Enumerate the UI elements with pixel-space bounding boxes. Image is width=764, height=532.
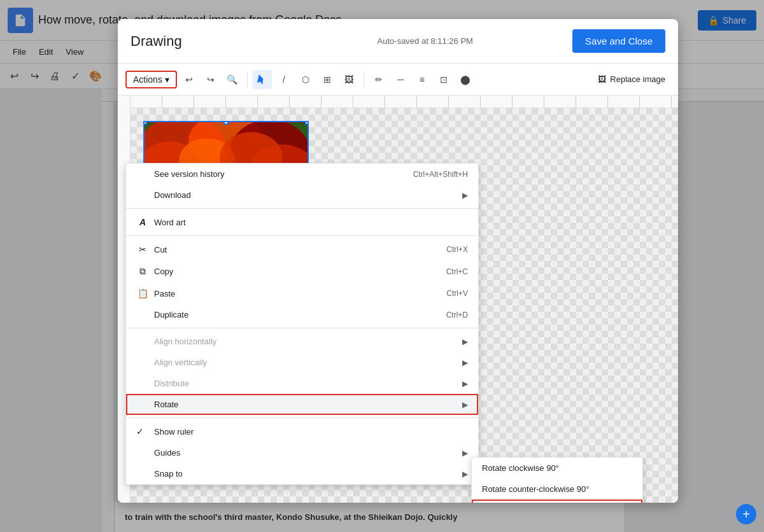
actions-dropdown: See version history Ctrl+Alt+Shift+H Dow… xyxy=(125,163,479,485)
crop-tool[interactable]: ⊡ xyxy=(434,70,453,89)
menu-item-rotate[interactable]: Rotate ▶ xyxy=(126,394,478,415)
menu-item-align-v[interactable]: Align vertically ▶ xyxy=(126,352,478,373)
paste-icon: 📋 xyxy=(136,288,149,298)
dialog-toolbar: Actions ▾ ↩ ↪ 🔍 / ⬡ ⊞ 🖼 ✏ ─ ≡ ⊡ ⬤ 🖼 Repl… xyxy=(118,64,678,95)
download-arrow-icon: ▶ xyxy=(462,191,468,200)
snap-arrow-icon: ▶ xyxy=(462,470,468,479)
toolbar-separator-2 xyxy=(364,72,364,87)
separator-4 xyxy=(126,417,478,418)
line-style-tool[interactable]: ─ xyxy=(391,70,410,89)
actions-button[interactable]: Actions ▾ xyxy=(125,71,177,88)
actions-chevron-icon: ▾ xyxy=(165,74,169,85)
dialog-title: Drawing xyxy=(131,33,278,50)
undo-tool[interactable]: ↩ xyxy=(180,70,199,89)
select-tool[interactable] xyxy=(253,70,272,89)
align-v-arrow-icon: ▶ xyxy=(462,358,468,367)
dialog-header: Drawing Auto-saved at 8:11:26 PM Save an… xyxy=(118,19,678,64)
rotate-arrow-icon: ▶ xyxy=(462,400,468,409)
rotate-submenu: Rotate clockwise 90° Rotate counter-cloc… xyxy=(471,457,643,503)
dialog-ruler-h xyxy=(131,95,678,108)
copy-icon: ⧉ xyxy=(136,266,149,277)
handle-top-right[interactable] xyxy=(305,121,309,125)
line-tool[interactable]: / xyxy=(274,70,294,89)
menu-item-duplicate[interactable]: Duplicate Ctrl+D xyxy=(126,304,478,325)
dialog-body: See version history Ctrl+Alt+Shift+H Dow… xyxy=(118,95,678,503)
replace-image-button[interactable]: 🖼 Replace image xyxy=(593,72,670,87)
pen-tool[interactable]: ✏ xyxy=(369,70,388,89)
handle-top-left[interactable] xyxy=(143,121,147,125)
menu-item-guides[interactable]: Guides ▶ xyxy=(126,442,478,463)
shape-tool[interactable]: ⬡ xyxy=(296,70,315,89)
toolbar-separator-1 xyxy=(247,72,248,87)
save-close-button[interactable]: Save and Close xyxy=(572,29,665,53)
separator-2 xyxy=(126,235,478,236)
word-art-icon: A xyxy=(136,217,149,227)
replace-image-icon: 🖼 xyxy=(598,74,606,84)
align-h-arrow-icon: ▶ xyxy=(462,337,468,346)
menu-item-cut[interactable]: ✂ Cut Ctrl+X xyxy=(126,239,478,260)
separator-1 xyxy=(126,208,478,209)
menu-item-copy[interactable]: ⧉ Copy Ctrl+C xyxy=(126,260,478,283)
menu-item-word-art[interactable]: A Word art xyxy=(126,211,478,233)
submenu-rotate-ccw[interactable]: Rotate counter-clockwise 90° xyxy=(472,479,642,500)
autosave-text: Auto-saved at 8:11:26 PM xyxy=(278,36,572,46)
textbox-tool[interactable]: ⊞ xyxy=(318,70,337,89)
submenu-rotate-cw[interactable]: Rotate clockwise 90° xyxy=(472,458,642,479)
menu-item-align-h[interactable]: Align horizontally ▶ xyxy=(126,331,478,352)
menu-item-version-history[interactable]: See version history Ctrl+Alt+Shift+H xyxy=(126,164,478,185)
ruler-marks xyxy=(131,95,678,108)
add-button[interactable]: + xyxy=(736,504,756,524)
menu-item-paste[interactable]: 📋 Paste Ctrl+V xyxy=(126,283,478,304)
redo-tool[interactable]: ↪ xyxy=(201,70,220,89)
menu-item-download[interactable]: Download ▶ xyxy=(126,185,478,206)
mask-tool[interactable]: ⬤ xyxy=(456,70,475,89)
menu-item-distribute[interactable]: Distribute ▶ xyxy=(126,373,478,394)
handle-top-mid[interactable] xyxy=(223,121,229,125)
drawing-dialog: Drawing Auto-saved at 8:11:26 PM Save an… xyxy=(118,19,678,503)
image-tool[interactable]: 🖼 xyxy=(339,70,358,89)
guides-arrow-icon: ▶ xyxy=(462,449,468,458)
check-icon: ✓ xyxy=(136,426,149,437)
separator-3 xyxy=(126,328,478,328)
distribute-arrow-icon: ▶ xyxy=(462,379,468,388)
line-weight-tool[interactable]: ≡ xyxy=(413,70,432,89)
submenu-flip-h[interactable]: Flip horizontally xyxy=(472,500,642,503)
cut-icon: ✂ xyxy=(136,244,149,255)
zoom-tool[interactable]: 🔍 xyxy=(223,70,242,89)
menu-item-snap-to[interactable]: Snap to ▶ xyxy=(126,463,478,484)
menu-item-show-ruler[interactable]: ✓ Show ruler xyxy=(126,421,478,442)
